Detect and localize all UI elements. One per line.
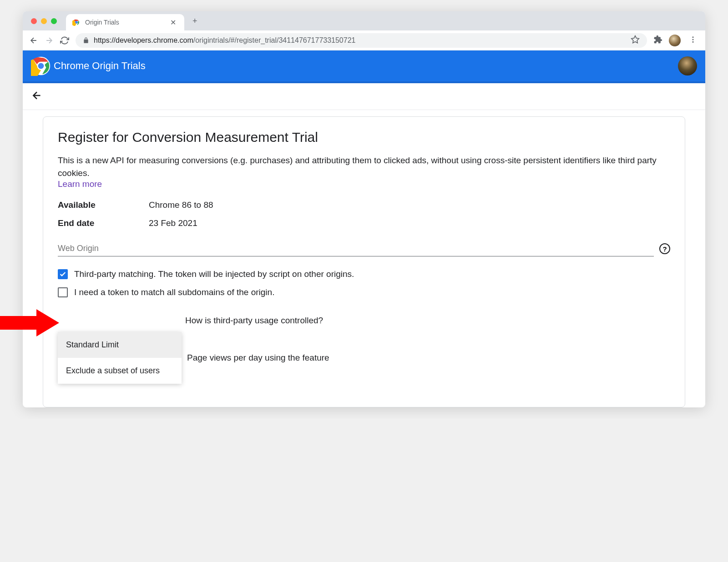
bookmark-star-icon[interactable]	[631, 35, 640, 46]
forward-button[interactable]	[45, 36, 54, 45]
app-title: Chrome Origin Trials	[54, 60, 146, 72]
third-party-checkbox[interactable]	[58, 269, 68, 279]
page-back-button[interactable]	[31, 90, 43, 101]
browser-window: Origin Trials ✕ + https://developers.chr…	[23, 11, 705, 407]
page-content: Register for Conversion Measurement Tria…	[23, 110, 705, 407]
usage-question: How is third-party usage controlled?	[185, 316, 670, 326]
reload-button[interactable]	[60, 36, 69, 45]
card-title: Register for Conversion Measurement Tria…	[58, 130, 670, 145]
url-path: /origintrials/#/register_trial/341147671…	[193, 36, 356, 44]
back-navigation-row	[23, 83, 705, 110]
subdomains-label: I need a token to match all subdomains o…	[74, 287, 274, 297]
tab-title: Origin Trials	[85, 19, 164, 26]
subdomains-checkbox-row: I need a token to match all subdomains o…	[58, 287, 670, 297]
browser-tab[interactable]: Origin Trials ✕	[66, 14, 184, 30]
svg-point-8	[38, 63, 44, 69]
usage-limit-dropdown[interactable]: Standard Limit Exclude a subset of users	[58, 332, 182, 384]
browser-menu-icon[interactable]	[687, 34, 699, 47]
maximize-window-button[interactable]	[51, 18, 57, 24]
help-icon[interactable]: ?	[659, 243, 670, 254]
available-value: Chrome 86 to 88	[149, 200, 213, 210]
web-origin-input[interactable]	[58, 241, 654, 256]
url-text: https://developers.chrome.com/origintria…	[94, 36, 355, 45]
back-button[interactable]	[29, 36, 38, 45]
annotation-arrow	[0, 309, 59, 336]
subdomains-checkbox[interactable]	[58, 287, 68, 297]
third-party-checkbox-row: Third-party matching. The token will be …	[58, 269, 670, 279]
window-controls	[31, 18, 57, 24]
extensions-icon[interactable]	[653, 35, 662, 46]
app-header: Chrome Origin Trials	[23, 50, 705, 83]
svg-point-5	[693, 41, 694, 42]
end-date-value: 23 Feb 2021	[149, 218, 197, 228]
usage-section: How is third-party usage controlled? Sta…	[58, 316, 670, 384]
new-tab-button[interactable]: +	[189, 15, 201, 28]
card-description: This is a new API for measuring conversi…	[58, 154, 670, 179]
usage-dropdown-row: Standard Limit Exclude a subset of users…	[58, 332, 670, 384]
third-party-label: Third-party matching. The token will be …	[74, 269, 354, 279]
tab-close-icon[interactable]: ✕	[168, 17, 178, 28]
url-host: https://developers.chrome.com	[94, 36, 193, 44]
svg-marker-2	[632, 35, 639, 43]
user-avatar[interactable]	[678, 56, 697, 75]
usage-detail: Page views per day using the feature	[187, 353, 329, 363]
svg-point-3	[693, 36, 694, 38]
end-date-label: End date	[58, 218, 149, 228]
dropdown-option-standard[interactable]: Standard Limit	[58, 332, 182, 358]
available-label: Available	[58, 200, 149, 210]
browser-profile-avatar[interactable]	[669, 35, 681, 46]
learn-more-link[interactable]: Learn more	[58, 179, 102, 189]
chrome-favicon-icon	[72, 18, 81, 26]
lock-icon	[83, 37, 89, 44]
end-date-row: End date 23 Feb 2021	[58, 218, 670, 228]
trial-info-table: Available Chrome 86 to 88 End date 23 Fe…	[58, 200, 670, 228]
chrome-logo-icon	[31, 56, 51, 76]
svg-point-4	[693, 39, 694, 40]
available-row: Available Chrome 86 to 88	[58, 200, 670, 210]
dropdown-option-exclude[interactable]: Exclude a subset of users	[58, 358, 182, 384]
close-window-button[interactable]	[31, 18, 37, 24]
browser-toolbar: https://developers.chrome.com/origintria…	[23, 30, 705, 50]
address-bar[interactable]: https://developers.chrome.com/origintria…	[76, 33, 647, 48]
web-origin-field-row: ?	[58, 241, 670, 256]
browser-tab-bar: Origin Trials ✕ +	[23, 11, 705, 30]
svg-point-1	[76, 21, 78, 24]
registration-card: Register for Conversion Measurement Tria…	[43, 116, 685, 407]
minimize-window-button[interactable]	[41, 18, 47, 24]
